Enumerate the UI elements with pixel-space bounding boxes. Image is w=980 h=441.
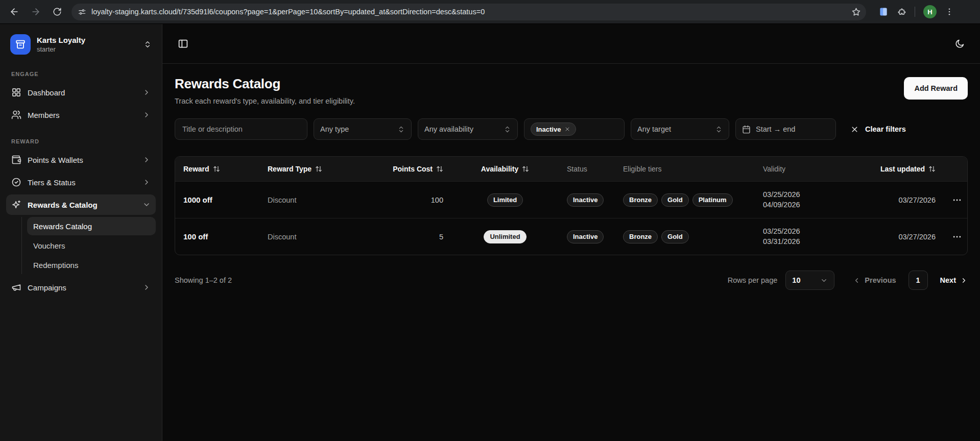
clear-filters-button[interactable]: Clear filters (850, 125, 906, 134)
back-arrow-icon (9, 7, 19, 17)
tier-badge-bronze: Bronze (623, 230, 658, 243)
table-row: 1000 offDiscount100LimitedInactiveBronze… (175, 181, 967, 218)
chip-remove-icon[interactable] (564, 126, 570, 132)
column-header-tiers: Eligible tiers (615, 165, 755, 173)
column-header-availability[interactable]: Availability (451, 165, 559, 173)
bookmark-star-icon[interactable] (851, 7, 861, 17)
sidebar-item-tiers-status[interactable]: Tiers & Status (6, 172, 156, 192)
sort-icon (928, 165, 936, 173)
browser-forward-button[interactable] (29, 5, 43, 19)
cell-last-updated: 03/27/2026 (844, 233, 944, 241)
chevron-right-icon (142, 178, 151, 186)
sidebar-item-label: Rewards & Catalog (28, 201, 98, 209)
column-header-label: Reward Type (268, 165, 312, 173)
url-text[interactable]: loyalty-staging.karts.cloud/t/735d91l6/c… (91, 8, 846, 16)
sidebar-item-label: Points & Wallets (28, 156, 83, 164)
validity-date: 03/25/2026 (763, 190, 800, 199)
tiers-icon (11, 177, 21, 187)
cell-availability: Unlimited (451, 230, 559, 243)
sidebar-subitem-rewards-catalog[interactable]: Rewards Catalog (27, 217, 156, 235)
tier-badge-gold: Gold (661, 230, 689, 243)
chevron-right-icon (142, 156, 151, 164)
browser-refresh-button[interactable] (50, 5, 64, 19)
column-header-type[interactable]: Reward Type (259, 165, 341, 173)
chevrons-up-down-icon (715, 126, 723, 133)
page-number-button[interactable]: 1 (909, 271, 928, 290)
validity-date: 04/09/2026 (763, 201, 800, 209)
tier-badge-platinum: Platinum (692, 193, 733, 207)
table-footer: Showing 1–2 of 2 Rows per page 10 Previo… (175, 271, 968, 290)
availability-select[interactable]: Any availability (418, 118, 518, 140)
column-header-label: Points Cost (393, 165, 433, 173)
column-header-label: Validity (763, 165, 785, 173)
sidebar-item-label: Tiers & Status (28, 178, 76, 187)
workspace-logo (10, 34, 31, 55)
sidebar-item-rewards-catalog[interactable]: Rewards & Catalog (6, 194, 156, 215)
column-header-updated[interactable]: Last updated (844, 165, 944, 173)
sort-icon (522, 165, 529, 173)
rows-per-page-label: Rows per page (728, 276, 778, 284)
archive-box-icon (15, 39, 26, 50)
sidebar-item-points-wallets[interactable]: Points & Wallets (6, 150, 156, 170)
cell-validity: 03/25/202604/09/2026 (755, 190, 844, 210)
chevron-left-icon (853, 277, 861, 284)
next-button[interactable]: Next (940, 276, 968, 284)
column-header-reward[interactable]: Reward (175, 165, 259, 173)
type-select-value: Any type (320, 125, 392, 133)
availability-select-value: Any availability (424, 125, 498, 133)
type-select[interactable]: Any type (314, 118, 412, 140)
theme-toggle-moon-icon[interactable] (954, 39, 965, 49)
date-range-value: Start → end (756, 125, 829, 133)
column-header-label: Status (567, 165, 587, 173)
toolbar-divider (915, 7, 915, 17)
browser-profile-avatar[interactable]: H (923, 5, 937, 18)
cell-eligible-tiers: BronzeGold (615, 230, 755, 243)
workspace-switcher[interactable]: Karts Loyalty starter (6, 31, 156, 58)
sidebar-subitem-redemptions[interactable]: Redemptions (27, 256, 156, 274)
row-actions-button[interactable] (952, 195, 962, 205)
site-info-icon[interactable] (78, 8, 86, 16)
target-select-value: Any target (637, 125, 710, 133)
sidebar-section-label: ENGAGE (11, 71, 156, 77)
chevrons-up-down-icon (504, 126, 511, 133)
sidebar-item-campaigns[interactable]: Campaigns (6, 277, 156, 298)
sidebar-sub-list: Rewards CatalogVouchersRedemptions (21, 217, 156, 274)
column-header-points[interactable]: Points Cost (341, 165, 451, 173)
previous-button[interactable]: Previous (853, 276, 896, 284)
sidebar-item-dashboard[interactable]: Dashboard (6, 82, 156, 103)
browser-toolbar: loyalty-staging.karts.cloud/t/735d91l6/c… (0, 0, 980, 24)
chevron-right-icon (142, 88, 151, 96)
extensions-icon[interactable] (897, 7, 906, 17)
row-actions-button[interactable] (952, 232, 962, 242)
add-reward-button[interactable]: Add Reward (904, 77, 968, 100)
sidebar-item-label: Campaigns (28, 283, 66, 292)
sidebar-subitem-vouchers[interactable]: Vouchers (27, 236, 156, 255)
date-range-button[interactable]: Start → end (735, 118, 836, 140)
side-panel-icon[interactable] (878, 7, 889, 17)
target-select[interactable]: Any target (631, 118, 729, 140)
chevrons-up-down-icon[interactable] (144, 40, 152, 48)
browser-back-button[interactable] (7, 5, 21, 19)
wallet-icon (11, 155, 21, 165)
clear-filters-label: Clear filters (865, 125, 906, 133)
column-header-label: Reward (183, 165, 209, 173)
status-filter-box[interactable]: Inactive (524, 118, 625, 140)
sidebar-toggle-button[interactable] (178, 38, 188, 49)
forward-arrow-icon (31, 7, 41, 17)
search-input[interactable] (175, 118, 307, 140)
status-badge: Inactive (567, 230, 604, 243)
sort-icon (436, 165, 443, 173)
page-title: Rewards Catalog (175, 76, 355, 92)
sidebar-subitem-label: Redemptions (33, 261, 78, 270)
availability-badge: Limited (487, 193, 523, 207)
members-icon (11, 110, 21, 120)
rows-per-page-select[interactable]: 10 (785, 271, 834, 290)
table-row: 100 offDiscount5UnlimitedInactiveBronzeG… (175, 218, 967, 255)
status-badge: Inactive (567, 193, 604, 207)
pagination: Rows per page 10 Previous 1 Next (728, 271, 968, 290)
sidebar-item-members[interactable]: Members (6, 105, 156, 125)
chevrons-up-down-icon (397, 126, 405, 133)
address-bar[interactable]: loyalty-staging.karts.cloud/t/735d91l6/c… (71, 4, 866, 20)
browser-menu-button[interactable] (945, 7, 954, 16)
cell-reward-type: Discount (259, 233, 341, 241)
